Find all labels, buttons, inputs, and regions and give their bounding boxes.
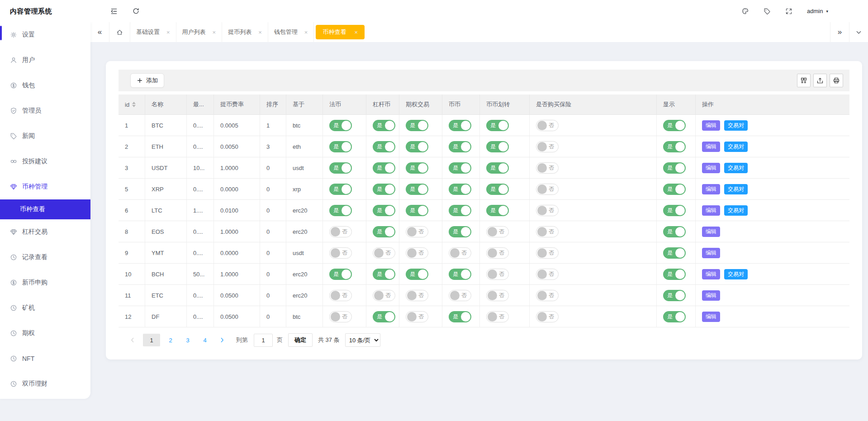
tab-coin-view[interactable]: 币种查看× [314,22,366,42]
page-button-2[interactable]: 2 [164,334,177,346]
transfer-toggle[interactable]: 是 [486,141,509,152]
tag-icon[interactable] [764,8,771,15]
prev-page-button[interactable] [126,334,139,346]
fiat-toggle[interactable]: 否 [329,226,352,237]
transfer-toggle[interactable]: 否 [486,247,509,259]
lever-toggle[interactable]: 否 [373,247,395,259]
lever-toggle[interactable]: 是 [373,269,395,280]
option-toggle[interactable]: 是 [406,120,428,131]
tab-withdraw-list[interactable]: 提币列表× [222,22,268,42]
lever-toggle[interactable]: 是 [373,205,395,216]
transfer-toggle[interactable]: 否 [486,290,509,301]
sort-icon[interactable] [132,102,136,107]
home-tab-button[interactable] [109,22,130,42]
insurance-toggle[interactable]: 否 [536,141,559,152]
insurance-toggle[interactable]: 否 [536,184,559,195]
transfer-toggle[interactable]: 是 [486,184,509,195]
edit-button[interactable]: 编辑 [702,269,720,279]
tabs-scroll-left-button[interactable]: « [90,22,109,42]
export-icon[interactable] [813,74,827,87]
tab-user-list[interactable]: 用户列表× [176,22,223,42]
pairs-button[interactable]: 交易对 [724,184,748,194]
next-page-button[interactable] [215,334,229,346]
page-button-1[interactable]: 1 [143,334,160,346]
insurance-toggle[interactable]: 否 [536,247,559,259]
tabs-scroll-right-button[interactable]: » [830,22,849,42]
spot-toggle[interactable]: 是 [449,141,471,152]
option-toggle[interactable]: 否 [406,290,428,301]
sidebar-item-news[interactable]: 新闻 [0,123,90,149]
tab-wallet-manage[interactable]: 钱包管理× [268,22,314,42]
spot-toggle[interactable]: 否 [449,290,471,301]
pairs-button[interactable]: 交易对 [724,205,748,216]
option-toggle[interactable]: 是 [406,205,428,216]
fiat-toggle[interactable]: 否 [329,311,352,322]
sidebar-item-suggestions[interactable]: 投拆建议 [0,149,90,174]
sidebar-item-admins[interactable]: 管理员 [0,98,90,123]
sidebar-item-wallet[interactable]: 钱包 [0,73,90,98]
sidebar-item-options[interactable]: 期权 [0,321,90,346]
close-icon[interactable]: × [258,29,262,36]
pairs-button[interactable]: 交易对 [724,120,748,131]
show-toggle[interactable]: 是 [663,247,686,259]
spot-toggle[interactable]: 是 [449,120,471,131]
insurance-toggle[interactable]: 否 [536,269,559,280]
spot-toggle[interactable]: 是 [449,269,471,280]
spot-toggle[interactable]: 否 [449,247,471,259]
option-toggle[interactable]: 是 [406,269,428,280]
page-size-select[interactable]: 10 条/页 [345,333,380,347]
edit-button[interactable]: 编辑 [702,248,720,258]
transfer-toggle[interactable]: 是 [486,120,509,131]
spot-toggle[interactable]: 是 [449,205,471,216]
print-icon[interactable] [830,74,843,87]
lever-toggle[interactable]: 是 [373,184,395,195]
close-icon[interactable]: × [304,29,308,36]
show-toggle[interactable]: 是 [663,205,686,216]
lever-toggle[interactable]: 是 [373,311,395,322]
sidebar-item-leverage-trade[interactable]: 杠杆交易 [0,219,90,245]
show-toggle[interactable]: 是 [663,311,686,322]
edit-button[interactable]: 编辑 [702,163,720,173]
transfer-toggle[interactable]: 否 [486,311,509,322]
close-icon[interactable]: × [354,29,358,36]
edit-button[interactable]: 编辑 [702,205,720,216]
show-toggle[interactable]: 是 [663,141,686,152]
edit-button[interactable]: 编辑 [702,142,720,152]
transfer-toggle[interactable]: 是 [486,162,509,174]
fiat-toggle[interactable]: 否 [329,247,352,259]
edit-button[interactable]: 编辑 [702,184,720,194]
option-toggle[interactable]: 否 [406,226,428,237]
pairs-button[interactable]: 交易对 [724,269,748,279]
option-toggle[interactable]: 否 [406,247,428,259]
show-toggle[interactable]: 是 [663,184,686,195]
close-icon[interactable]: × [213,29,216,36]
tabs-menu-button[interactable] [849,22,868,42]
transfer-toggle[interactable]: 是 [486,205,509,216]
option-toggle[interactable]: 是 [406,162,428,174]
show-toggle[interactable]: 是 [663,120,686,131]
sidebar-item-records[interactable]: 记录查看 [0,245,90,270]
pairs-button[interactable]: 交易对 [724,142,748,152]
edit-button[interactable]: 编辑 [702,290,720,301]
spot-toggle[interactable]: 是 [449,162,471,174]
lever-toggle[interactable]: 是 [373,120,395,131]
close-icon[interactable]: × [166,29,170,36]
pairs-button[interactable]: 交易对 [724,163,748,173]
fiat-toggle[interactable]: 是 [329,120,352,131]
columns-icon[interactable] [797,74,811,87]
sidebar-scrollbar[interactable] [0,26,2,40]
show-toggle[interactable]: 是 [663,162,686,174]
palette-icon[interactable] [741,7,749,15]
fiat-toggle[interactable]: 是 [329,141,352,152]
insurance-toggle[interactable]: 否 [536,311,559,322]
fiat-toggle[interactable]: 是 [329,205,352,216]
lever-toggle[interactable]: 是 [373,226,395,237]
spot-toggle[interactable]: 是 [449,184,471,195]
fiat-toggle[interactable]: 是 [329,184,352,195]
fiat-toggle[interactable]: 否 [329,290,352,301]
option-toggle[interactable]: 是 [406,184,428,195]
option-toggle[interactable]: 是 [406,141,428,152]
refresh-icon[interactable] [132,0,140,22]
spot-toggle[interactable]: 是 [449,226,471,237]
collapse-sidebar-icon[interactable] [110,0,118,22]
